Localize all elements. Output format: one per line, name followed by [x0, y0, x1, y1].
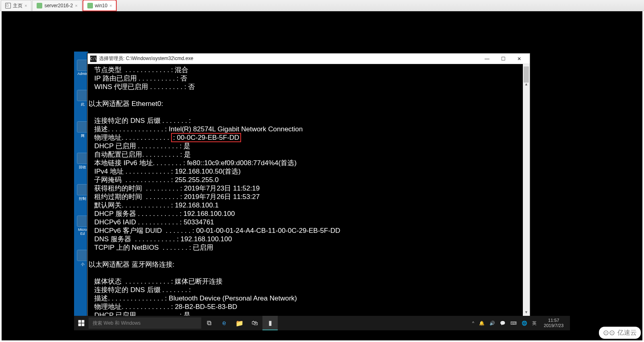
highlighted-mac-address: : 00-0C-29-EB-5F-DD: [171, 133, 241, 142]
store-icon[interactable]: 🛍: [247, 316, 262, 330]
action-center-icon[interactable]: 🔔: [479, 321, 485, 326]
system-tray: ^ 🔔 🔊 💬 ⌨ 🌐 英 11:57 2019/7/23: [468, 318, 570, 328]
windows-logo-icon: [78, 319, 85, 327]
volume-icon[interactable]: 🔊: [489, 321, 495, 326]
vm-icon: [37, 3, 42, 8]
ime-language[interactable]: 英: [532, 320, 537, 326]
minimize-button[interactable]: —: [479, 54, 495, 64]
folder-icon: [77, 60, 88, 71]
svg-rect-0: [78, 320, 81, 323]
network-icon: [77, 121, 88, 133]
task-view-icon[interactable]: ⧉: [201, 316, 217, 330]
thispc-icon: [77, 90, 88, 101]
taskbar-clock[interactable]: 11:57 2019/7/23: [541, 318, 566, 328]
search-placeholder: 搜索 Web 和 Windows: [93, 320, 140, 327]
edge-icon: [77, 216, 88, 227]
tab-home[interactable]: 主页 ×: [1, 0, 31, 11]
close-icon[interactable]: ×: [25, 3, 27, 8]
svg-rect-2: [78, 323, 81, 326]
cmd-icon: C:\: [90, 56, 97, 62]
svg-rect-1: [82, 320, 85, 323]
app-icon: [77, 250, 88, 261]
edge-icon[interactable]: e: [217, 316, 232, 330]
home-icon: [5, 3, 11, 8]
file-explorer-icon[interactable]: 📁: [232, 316, 247, 330]
tab-label: win10: [95, 3, 107, 8]
watermark-logo-icon: ⊙⊙: [603, 328, 615, 337]
tab-server2016-2[interactable]: server2016-2 ×: [32, 0, 82, 11]
tray-expand-icon[interactable]: ^: [472, 321, 474, 325]
cmd-scrollbar[interactable]: ▲ ▼: [523, 64, 530, 316]
ime-icon[interactable]: ⌨: [510, 321, 517, 326]
maximize-button[interactable]: ☐: [495, 54, 511, 64]
vm-tab-bar: 主页 × server2016-2 × win10 ×: [0, 0, 644, 11]
cmd-taskbar-icon[interactable]: ▮: [262, 316, 278, 330]
recycle-icon: [77, 153, 88, 164]
windows-taskbar: 搜索 Web 和 Windows ⧉ e 📁 🛍 ▮ ^ 🔔 🔊 💬 ⌨ 🌐 英…: [74, 316, 570, 330]
close-icon[interactable]: ×: [109, 3, 112, 8]
watermark-text: 亿速云: [617, 329, 637, 337]
controlpanel-icon: [77, 184, 88, 195]
close-icon[interactable]: ×: [75, 3, 77, 8]
messages-icon[interactable]: 💬: [500, 321, 506, 326]
cmd-titlebar[interactable]: C:\ 选择管理员: C:\Windows\system32\cmd.exe —…: [88, 54, 530, 64]
tab-win10[interactable]: win10 ×: [83, 0, 117, 11]
cmd-title: 选择管理员: C:\Windows\system32\cmd.exe: [99, 55, 479, 62]
vm-icon: [87, 3, 93, 8]
vm-display: Admis 此 网 回收 控制 Micro Ed 小 C:\ 选择管理员: C:…: [2, 11, 642, 340]
svg-rect-3: [82, 323, 85, 326]
taskbar-search[interactable]: 搜索 Web 和 Windows: [89, 317, 201, 329]
cmd-output[interactable]: 节点类型 . . . . . . . . . . . . : 混合 IP 路由已…: [88, 64, 530, 316]
watermark: ⊙⊙ 亿速云: [599, 327, 641, 339]
tab-label: server2016-2: [44, 3, 73, 8]
tab-label: 主页: [13, 2, 23, 9]
network-tray-icon[interactable]: 🌐: [522, 321, 527, 326]
cmd-window: C:\ 选择管理员: C:\Windows\system32\cmd.exe —…: [87, 53, 530, 316]
close-button[interactable]: ✕: [511, 54, 527, 64]
scroll-thumb[interactable]: [524, 66, 529, 83]
start-button[interactable]: [74, 316, 89, 330]
scroll-down-icon[interactable]: ▼: [523, 309, 530, 316]
